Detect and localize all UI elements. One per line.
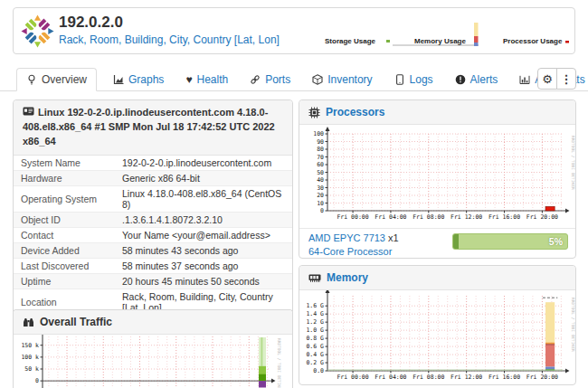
svg-text:60: 60 [317,161,324,168]
memory-icon [308,272,321,283]
row-label: Hardware [14,170,115,185]
row-label: Contact [14,227,115,242]
tab-logs[interactable]: Logs [393,69,435,90]
tab-actions: ⚙ ⋮ [537,68,576,90]
device-title: 192.0.2.0 [59,14,123,32]
bar-chart-icon [519,74,530,85]
binoculars-icon [23,317,34,327]
row-value: Generic x86 64-bit [115,170,292,185]
row-value: 58 minutes 37 seconds ago [115,258,292,273]
svg-text:1.6 G: 1.6 G [306,302,324,309]
tab-graphs[interactable]: Graphs [111,69,166,90]
device-location-link[interactable]: Rack, Room, Building, City, Country [Lat… [59,33,280,46]
row-value: Your Name <your@email.address> [115,227,292,242]
table-row: ContactYour Name <your@email.address> [14,227,292,242]
memory-panel-title[interactable]: Memory [327,271,368,284]
centos-logo [21,14,54,48]
tablet-icon [394,74,405,85]
area-chart-icon [113,74,124,85]
svg-text:0.2 G: 0.2 G [306,359,324,366]
cpu-description-link[interactable]: 64-Core Processor [308,246,392,257]
svg-text:Fri 20:00: Fri 20:00 [526,213,558,221]
svg-text:0.4 G: 0.4 G [306,351,324,358]
processors-graph[interactable]: 0102030405060708090100Fri 00:00Fri 04:00… [299,125,575,228]
processor-usage-sparkline[interactable] [564,40,571,45]
memory-panel: Memory 0.00.2 G0.4 G0.6 G0.8 G1.0 G1.2 G… [299,265,576,385]
svg-text:Fri 12:00: Fri 12:00 [450,374,482,381]
svg-text:80: 80 [317,146,324,153]
system-panel-header: Linux 192-0-2-0.ip.linodeusercontent.com… [14,100,292,156]
settings-button[interactable]: ⚙ [537,68,557,90]
svg-text:1.2 G: 1.2 G [306,318,324,326]
svg-text:Fri 20:00: Fri 20:00 [526,374,558,381]
svg-text:10: 10 [317,200,324,207]
tab-overview[interactable]: Overview [16,68,97,91]
memory-usage-label: Memory Usage [414,37,466,45]
table-row: Last Discovered58 minutes 37 seconds ago [14,258,292,273]
svg-text:0.0: 0.0 [313,367,324,374]
table-row: HardwareGeneric x86 64-bit [14,170,292,185]
cpu-usage-bar: 5% [452,233,568,250]
traffic-panel-title: Overall Traffic [40,316,112,328]
lightbulb-icon [26,74,37,85]
table-row: Object ID.1.3.6.1.4.1.8072.3.2.10 [14,212,292,227]
table-row: Operating SystemLinux 4.18.0-408.el8.x86… [14,185,292,212]
more-menu-button[interactable]: ⋮ [556,68,576,90]
svg-text:1.0 G: 1.0 G [306,326,324,334]
device-header-panel: 192.0.2.0 Rack, Room, Building, City, Co… [13,7,575,54]
svg-text:70: 70 [317,154,324,161]
svg-text:RRDTOOL / TOBI OETIKER: RRDTOOL / TOBI OETIKER [571,298,575,352]
traffic-panel-header: Overall Traffic [14,310,292,335]
processors-panel-header: Processors [299,100,575,125]
svg-text:Fri 12:00: Fri 12:00 [450,213,482,221]
tab-inventory[interactable]: Inventory [310,69,374,90]
table-row: Device Added58 minutes 43 seconds ago [14,242,292,258]
svg-text:30: 30 [317,185,324,192]
svg-text:0: 0 [320,207,324,214]
svg-text:0.8 G: 0.8 G [306,335,324,342]
storage-usage-sparkline[interactable] [384,39,392,44]
cpu-name-link[interactable]: AMD EPYC 7713 [308,232,385,245]
system-info-panel: Linux 192-0-2-0.ip.linodeusercontent.com… [13,99,293,335]
processors-panel: Processors 0102030405060708090100Fri 00:… [299,99,576,259]
svg-text:40: 40 [317,176,324,184]
memory-graph[interactable]: 0.00.2 G0.4 G0.6 G0.8 G1.0 G1.2 G1.4 G1.… [299,290,575,388]
row-label: System Name [14,156,115,171]
svg-text:50 k: 50 k [24,365,39,373]
svg-text:100 k: 100 k [21,354,39,361]
svg-text:Fri 04:00: Fri 04:00 [375,213,406,221]
cpu-usage-fill [453,234,459,249]
tab-ports[interactable]: Ports [248,69,292,90]
cpu-row: AMD EPYC 7713 x1 64-Core Processor 5% [299,228,575,262]
tab-alerts[interactable]: Alerts [453,69,500,90]
system-title: Linux 192-0-2-0.ip.linodeusercontent.com… [23,107,275,147]
heartbeat-icon: ♥ [185,74,192,85]
svg-text:Fri 08:00: Fri 08:00 [413,374,444,381]
svg-text:90: 90 [317,138,324,146]
processor-usage-label: Processor Usage [503,37,562,45]
row-value: 58 minutes 43 seconds ago [115,242,292,258]
kebab-menu-icon: ⋮ [561,72,573,86]
row-label: Last Discovered [14,258,115,273]
cpu-multiplier: x1 [388,232,399,243]
svg-text:Fri 00:00: Fri 00:00 [337,213,368,221]
svg-text:Fri 16:00: Fri 16:00 [488,213,520,221]
svg-text:100: 100 [313,130,324,137]
storage-usage-label: Storage Usage [325,37,375,45]
svg-text:50: 50 [317,169,324,176]
tab-health[interactable]: ♥ Health [184,69,230,90]
gear-icon: ⚙ [542,72,553,86]
row-label: Object ID [14,212,115,227]
overall-traffic-panel: Overall Traffic 050 k100 k150 kRRDTOOL /… [13,309,293,388]
svg-text:Fri 00:00: Fri 00:00 [337,374,368,381]
row-value: .1.3.6.1.4.1.8072.3.2.10 [115,212,292,227]
overall-traffic-graph[interactable]: 050 k100 k150 kRRDTOOL / TOBI OETIKER [14,335,292,388]
table-row: System Name192-0-2-0.ip.linodeuserconten… [14,156,292,171]
device-tabbar: Overview Graphs ♥ Health Ports Inventory [0,66,588,91]
svg-text:150 k: 150 k [21,342,39,349]
cpu-usage-percent: 5% [549,234,563,249]
row-label: Device Added [14,242,115,258]
svg-text:Fri 04:00: Fri 04:00 [375,374,406,381]
row-value: 192-0-2-0.ip.linodeusercontent.com [115,156,292,171]
processors-panel-title[interactable]: Processors [326,106,384,118]
